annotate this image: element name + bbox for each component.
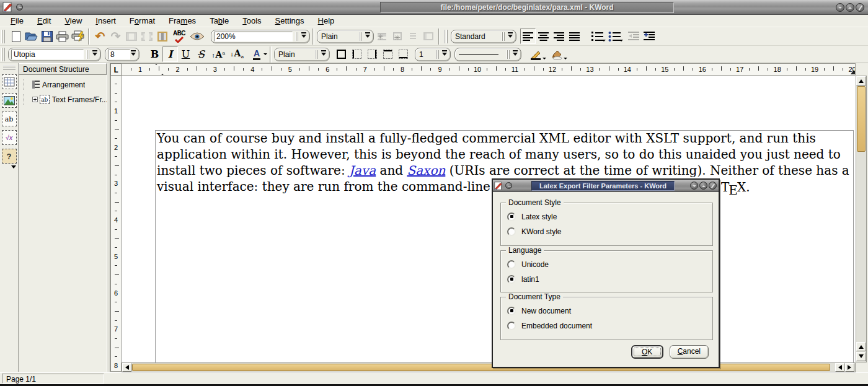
radio-option-latin1[interactable]: latin1 (507, 274, 712, 284)
underline-button[interactable]: U (178, 46, 193, 62)
menu-insert[interactable]: Insert (89, 15, 123, 27)
font-family-input[interactable]: Utopia (11, 50, 84, 59)
radio-icon[interactable] (507, 275, 516, 284)
toolbar-handle[interactable] (1, 30, 6, 43)
dropdown-arrow-icon[interactable] (512, 50, 518, 58)
radio-icon[interactable] (507, 213, 516, 221)
delete-frame-button[interactable] (139, 29, 154, 44)
toolbar-handle[interactable] (1, 48, 6, 61)
list-dropdown-arrow-icon[interactable] (619, 40, 623, 43)
paragraph-style-combobox[interactable]: Plain (317, 30, 374, 43)
background-color-button[interactable] (546, 46, 567, 62)
menu-table[interactable]: Table (203, 15, 236, 27)
create-frame-style-button[interactable]: ✳ (389, 29, 405, 44)
insert-formula-button[interactable]: √x (2, 130, 17, 145)
zoom-input[interactable]: 200% (214, 32, 293, 42)
superscript-button[interactable]: ↑Aa (209, 46, 228, 62)
open-button[interactable] (24, 29, 39, 44)
window-menu-button[interactable] (16, 4, 23, 11)
menu-view[interactable]: View (58, 15, 89, 27)
expander-plus-icon[interactable] (32, 97, 38, 102)
align-right-button[interactable] (551, 29, 567, 44)
subscript-button[interactable]: ↓Aa (228, 46, 246, 62)
kword-app-icon[interactable] (2, 2, 13, 12)
undo-button[interactable]: ↶ (92, 29, 108, 44)
border-width-combobox[interactable]: 1 (415, 48, 451, 61)
text-style-combobox[interactable]: Standard (451, 30, 516, 43)
scroll-left-button-2[interactable] (835, 363, 844, 372)
menu-frames[interactable]: Frames (162, 15, 203, 27)
radio-option-unicode[interactable]: Unicode (507, 260, 712, 269)
scroll-left-button[interactable] (122, 363, 131, 372)
print-preview-button[interactable] (70, 29, 86, 44)
dropdown-arrow-icon[interactable] (321, 50, 327, 58)
dialog-minimize-button[interactable] (690, 182, 698, 190)
dialog-maximize-button[interactable] (699, 182, 707, 190)
frame-style-button[interactable] (420, 29, 436, 44)
align-justify-button[interactable] (567, 29, 582, 44)
dropdown-arrow-icon[interactable] (441, 50, 448, 58)
menu-settings[interactable]: Settings (268, 15, 311, 27)
vertical-scrollbar-thumb[interactable] (857, 86, 866, 152)
border-left-button[interactable] (349, 46, 365, 62)
close-button[interactable] (856, 3, 864, 12)
border-outline-button[interactable] (334, 46, 349, 62)
menu-format[interactable]: Format (123, 15, 162, 27)
frame-borders-button[interactable] (154, 29, 170, 44)
menu-file[interactable]: File (4, 15, 30, 27)
border-bottom-button[interactable] (396, 46, 411, 62)
dropdown-arrow-icon[interactable] (365, 32, 371, 40)
cancel-button[interactable]: Cancel (670, 345, 709, 359)
toolbar-handle[interactable] (444, 30, 449, 43)
tree-item-text-frames-fr[interactable]: abText Frames/Fr... (19, 94, 107, 105)
horizontal-ruler[interactable]: 1234567891011121314151617181920 (122, 63, 856, 76)
radio-icon[interactable] (507, 322, 516, 330)
scroll-up-button-2[interactable] (856, 342, 866, 351)
hyperlink-java[interactable]: Java (349, 163, 376, 178)
window-titlebar[interactable]: file:/home/peter/doc/beginlatex/para.xml… (0, 0, 868, 15)
maximize-button[interactable] (846, 3, 854, 12)
radio-icon[interactable] (507, 260, 516, 269)
color-dropdown-arrow-icon[interactable] (264, 53, 267, 57)
ok-button[interactable]: OK (631, 345, 663, 359)
scroll-up-button[interactable] (856, 76, 866, 86)
apply-style-button[interactable] (405, 29, 420, 44)
toolbar-handle[interactable] (3, 65, 16, 70)
color-dropdown-arrow-icon[interactable] (564, 58, 567, 61)
menu-edit[interactable]: Edit (30, 15, 58, 27)
border-color-button[interactable] (525, 46, 546, 62)
autocorrection-button[interactable] (188, 29, 206, 44)
line-style-combobox[interactable] (454, 48, 521, 61)
spellcheck-button[interactable]: ABC (170, 29, 188, 44)
scroll-down-button[interactable] (856, 352, 866, 361)
font-size-combobox[interactable]: 8 (105, 48, 140, 61)
insert-object-button[interactable]: ? (2, 149, 17, 164)
increase-indent-button[interactable] (641, 29, 657, 44)
new-document-button[interactable] (8, 29, 24, 44)
tree-item-arrangement[interactable]: Arrangement (19, 79, 107, 90)
font-color-button[interactable]: A (246, 46, 267, 62)
dialog-titlebar[interactable]: Latex Export Filter Parameters - KWord (493, 180, 719, 192)
dropdown-arrow-icon[interactable] (301, 32, 307, 40)
horizontal-scrollbar-thumb[interactable] (132, 364, 830, 371)
radio-option-new-document[interactable]: New document (507, 306, 712, 315)
decrease-indent-button[interactable] (626, 29, 641, 44)
print-button[interactable] (55, 29, 70, 44)
horizontal-scrollbar[interactable] (122, 362, 856, 372)
create-style-button[interactable]: ✳ (374, 29, 389, 44)
font-size-input[interactable]: 8 (108, 50, 130, 59)
scroll-right-button[interactable] (845, 363, 854, 372)
bold-button[interactable]: B (147, 46, 162, 62)
dropdown-arrow-icon[interactable] (92, 50, 98, 58)
numbered-list-button[interactable] (588, 29, 606, 44)
radio-icon[interactable] (507, 227, 516, 236)
italic-button[interactable]: I (162, 46, 178, 62)
minimize-button[interactable] (836, 3, 844, 12)
border-top-button[interactable] (380, 46, 396, 62)
redo-button[interactable]: ↷ (108, 29, 123, 44)
dialog-menu-button[interactable] (505, 182, 512, 189)
radio-icon[interactable] (507, 307, 516, 315)
strikethrough-button[interactable]: S (193, 46, 209, 62)
dialog-close-button[interactable] (709, 182, 717, 190)
bullet-list-button[interactable] (606, 29, 623, 44)
